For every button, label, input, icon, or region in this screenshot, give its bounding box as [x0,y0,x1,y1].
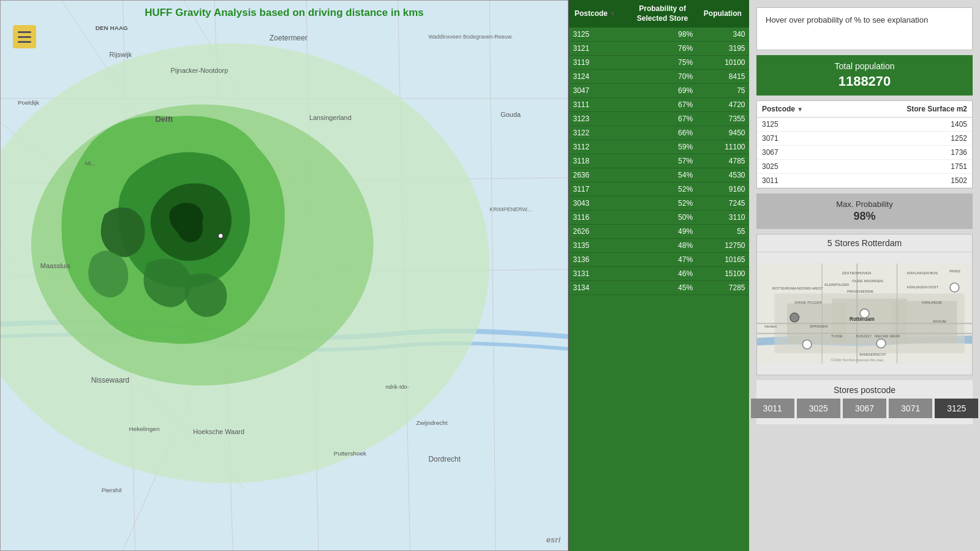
svg-rect-41 [892,301,957,343]
svg-text:©2020 TomTom  Improve this map: ©2020 TomTom Improve this map [831,358,883,362]
svg-text:Delft: Delft [155,114,173,124]
store-col-surface[interactable]: Store Surface m2 [848,101,972,118]
table-row[interactable]: 3119 75% 10100 [570,56,749,70]
col-header-population[interactable]: Population [696,1,748,28]
store-cell-surface: 1252 [848,132,972,146]
right-panel: Postcode ▼ Probability ofSelected Store … [568,0,980,551]
cell-probability: 70% [628,70,696,84]
svg-text:Hoeksche Waard: Hoeksche Waard [193,428,244,435]
store-table-row[interactable]: 3011 1502 [757,174,972,188]
postcode-btn-3025[interactable]: 3025 [797,399,840,418]
table-row[interactable]: 3134 45% 7285 [570,281,749,295]
postcode-btn-3067[interactable]: 3067 [843,399,886,418]
svg-text:OUDE NOORDEN: OUDE NOORDEN [852,279,883,283]
cell-probability: 67% [628,112,696,126]
table-row[interactable]: 3047 69% 75 [570,84,749,98]
svg-text:DEN HAAG: DEN HAAG [96,24,128,31]
cell-population: 4720 [696,98,748,112]
svg-text:BARENDRECHT: BARENDRECHT [859,353,886,356]
postcode-btn-3125[interactable]: 3125 [935,399,978,418]
hover-explanation-box: Hover over probability of % to see expla… [756,7,973,50]
store-table-row[interactable]: 3067 1736 [757,146,972,160]
cell-probability: 47% [628,253,696,267]
col-header-probability[interactable]: Probability ofSelected Store [628,1,696,28]
store-cell-surface: 1502 [848,174,972,188]
cell-postcode: 3118 [570,154,629,168]
svg-text:Rijswijk: Rijswijk [110,51,132,58]
cell-postcode: 3043 [570,197,629,211]
svg-text:TUSSE: TUSSE [831,334,843,338]
table-row[interactable]: 2636 54% 4530 [570,168,749,182]
postcode-btn-3071[interactable]: 3071 [889,399,932,418]
map-panel: HUFF Gravity Analysis based on driving d… [0,0,568,551]
cell-postcode: 3136 [570,253,629,267]
cell-population: 11100 [696,140,748,154]
svg-point-36 [218,233,223,238]
svg-text:AANSE POLDER: AANSE POLDER [794,301,821,304]
cell-postcode: 3124 [570,70,629,84]
table-body: 3125 98% 340 3121 76% 3195 3119 75% 1010… [570,28,749,295]
table-row[interactable]: 3131 46% 15100 [570,267,749,281]
svg-text:Hekelingen: Hekelingen [129,425,160,432]
cell-probability: 75% [628,56,696,70]
svg-text:KRALINGEN-BOS: KRALINGEN-BOS [907,271,938,275]
max-probability-box: Max. Probability 98% [756,193,973,229]
svg-text:Piershil: Piershil [102,487,122,493]
cell-population: 7355 [696,112,748,126]
cell-population: 9160 [696,182,748,197]
table-row[interactable]: 3121 76% 3195 [570,42,749,56]
cell-population: 12750 [696,239,748,253]
cell-population: 3195 [696,42,748,56]
store-table-row[interactable]: 3125 1405 [757,118,972,132]
cell-probability: 48% [628,239,696,253]
table-row[interactable]: 3117 52% 9160 [570,182,749,197]
menu-button[interactable] [13,25,36,48]
store-col-postcode[interactable]: Postcode ▼ [757,101,848,118]
svg-text:KLEINPOLDER: KLEINPOLDER [824,283,849,287]
table-panel: Postcode ▼ Probability ofSelected Store … [568,0,749,551]
table-row[interactable]: 3116 50% 3110 [570,211,749,225]
stores-postcode-section: Stores postcode 30113025306730713125 [756,380,973,424]
store-table-row[interactable]: 3025 1751 [757,160,972,174]
svg-text:KRIMPENERW...: KRIMPENERW... [489,206,532,212]
max-probability-label: Max. Probability [765,200,964,209]
table-row[interactable]: 3112 59% 11100 [570,140,749,154]
cell-probability: 98% [628,28,696,42]
mini-map-title: 5 Stores Rotterdam [757,234,972,252]
cell-postcode: 3119 [570,56,629,70]
cell-postcode: 3122 [570,126,629,140]
table-row[interactable]: 2626 49% 55 [570,225,749,239]
svg-text:SPANGEN: SPANGEN [810,324,827,328]
table-row[interactable]: 3123 67% 7355 [570,112,749,126]
table-row[interactable]: 3111 67% 4720 [570,98,749,112]
svg-text:KRALINGEN-OOST: KRALINGEN-OOST [907,285,939,289]
svg-text:NIEUWE WERK: NIEUWE WERK [875,334,900,338]
cell-population: 10165 [696,253,748,267]
store-table-row[interactable]: 3071 1252 [757,132,972,146]
table-row[interactable]: 3125 98% 340 [570,28,749,42]
cell-postcode: 3131 [570,267,629,281]
svg-text:ndrik-Ido-: ndrik-Ido- [386,384,409,390]
svg-text:Waddinxveen Bodegraven-Reeuw.: Waddinxveen Bodegraven-Reeuw. [428,34,513,40]
svg-text:Zwijndrecht: Zwijndrecht [417,419,448,426]
col-header-postcode[interactable]: Postcode ▼ [570,1,629,28]
table-row[interactable]: 3118 57% 4785 [570,154,749,168]
cell-population: 340 [696,28,748,42]
store-marker-5 [950,283,959,292]
info-panel: Hover over probability of % to see expla… [749,0,980,551]
svg-text:Mi...: Mi... [85,160,96,167]
table-row[interactable]: 3135 48% 12750 [570,239,749,253]
table-row[interactable]: 3043 52% 7245 [570,197,749,211]
svg-text:PRINS: PRINS [949,269,960,273]
postcode-btn-3011[interactable]: 3011 [751,399,794,418]
store-table-body: 3125 1405 3071 1252 3067 1736 3025 1751 … [757,118,972,188]
table-row[interactable]: 3122 66% 9450 [570,126,749,140]
table-row[interactable]: 3124 70% 8415 [570,70,749,84]
cell-postcode: 3112 [570,140,629,154]
table-scroll[interactable]: Postcode ▼ Probability ofSelected Store … [569,0,749,551]
table-row[interactable]: 3136 47% 10165 [570,253,749,267]
sort-arrow-store: ▼ [797,106,803,113]
svg-text:KRALINGSE: KRALINGSE [922,301,942,304]
store-surface-table-box: Postcode ▼ Store Surface m2 3125 1405 30… [756,100,973,189]
store-cell-surface: 1736 [848,146,972,160]
